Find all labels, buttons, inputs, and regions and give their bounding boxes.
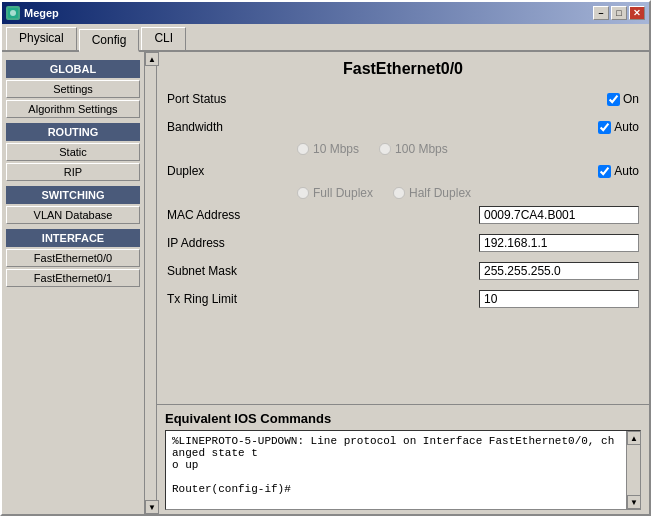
- bandwidth-radio-group: 10 Mbps 100 Mbps: [297, 142, 649, 156]
- mac-address-value: [297, 206, 639, 224]
- radio-full-duplex-label: Full Duplex: [297, 186, 373, 200]
- ip-address-row: IP Address: [167, 232, 639, 254]
- radio-full-duplex-text: Full Duplex: [313, 186, 373, 200]
- tab-config[interactable]: Config: [79, 29, 140, 52]
- sidebar-btn-static[interactable]: Static: [6, 143, 140, 161]
- maximize-button[interactable]: □: [611, 6, 627, 20]
- bandwidth-row: Bandwidth Auto: [167, 116, 639, 138]
- sidebar-btn-algorithm-settings[interactable]: Algorithm Settings: [6, 100, 140, 118]
- tab-physical[interactable]: Physical: [6, 27, 77, 50]
- ip-address-value: [297, 234, 639, 252]
- title-bar-left: Megep: [6, 6, 59, 20]
- sidebar-scroll-thumb[interactable]: [145, 66, 156, 500]
- radio-100mbps-text: 100 Mbps: [395, 142, 448, 156]
- tx-ring-limit-value: [297, 290, 639, 308]
- ios-section: Equivalent IOS Commands %LINEPROTO-5-UPD…: [157, 404, 649, 514]
- sidebar-btn-settings[interactable]: Settings: [6, 80, 140, 98]
- bandwidth-value: Auto: [297, 120, 639, 134]
- tab-bar: Physical Config CLI: [2, 24, 649, 52]
- ios-scroll-thumb[interactable]: [627, 445, 640, 495]
- radio-10mbps-label: 10 Mbps: [297, 142, 359, 156]
- sidebar-btn-vlan[interactable]: VLAN Database: [6, 206, 140, 224]
- port-status-value: On: [297, 92, 639, 106]
- radio-100mbps-label: 100 Mbps: [379, 142, 448, 156]
- sidebar-scrollbar[interactable]: ▲ ▼: [144, 52, 156, 514]
- tab-cli[interactable]: CLI: [141, 27, 186, 50]
- radio-full-duplex[interactable]: [297, 187, 309, 199]
- app-title: Megep: [24, 7, 59, 19]
- radio-10mbps-text: 10 Mbps: [313, 142, 359, 156]
- tx-ring-limit-input[interactable]: [479, 290, 639, 308]
- sidebar-btn-fastethernet01[interactable]: FastEthernet0/1: [6, 269, 140, 287]
- sidebar-btn-rip[interactable]: RIP: [6, 163, 140, 181]
- radio-10mbps[interactable]: [297, 143, 309, 155]
- ios-scroll-down[interactable]: ▼: [627, 495, 641, 509]
- port-status-row: Port Status On: [167, 88, 639, 110]
- duplex-checkbox-label: Auto: [598, 164, 639, 178]
- title-buttons: – □ ✕: [593, 6, 645, 20]
- duplex-row: Duplex Auto: [167, 160, 639, 182]
- sidebar-header-routing: ROUTING: [6, 123, 140, 141]
- subnet-mask-label: Subnet Mask: [167, 264, 297, 278]
- sidebar-header-global: GLOBAL: [6, 60, 140, 78]
- duplex-checkbox-text: Auto: [614, 164, 639, 178]
- port-status-checkbox-label: On: [607, 92, 639, 106]
- bandwidth-label: Bandwidth: [167, 120, 297, 134]
- minimize-button[interactable]: –: [593, 6, 609, 20]
- duplex-checkbox[interactable]: [598, 165, 611, 178]
- radio-half-duplex-label: Half Duplex: [393, 186, 471, 200]
- sidebar-header-interface: INTERFACE: [6, 229, 140, 247]
- ios-section-title: Equivalent IOS Commands: [165, 411, 641, 426]
- port-status-checkbox-text: On: [623, 92, 639, 106]
- sidebar-inner: GLOBAL Settings Algorithm Settings ROUTI…: [2, 52, 144, 514]
- mac-address-label: MAC Address: [167, 208, 297, 222]
- content-area: GLOBAL Settings Algorithm Settings ROUTI…: [2, 52, 649, 514]
- ios-console[interactable]: %LINEPROTO-5-UPDOWN: Line protocol on In…: [166, 431, 626, 509]
- interface-title: FastEthernet0/0: [167, 60, 639, 78]
- tx-ring-limit-row: Tx Ring Limit: [167, 288, 639, 310]
- radio-100mbps[interactable]: [379, 143, 391, 155]
- ios-scroll-up[interactable]: ▲: [627, 431, 641, 445]
- close-button[interactable]: ✕: [629, 6, 645, 20]
- main-panel: FastEthernet0/0 Port Status On Bandwidth: [157, 52, 649, 404]
- main-window: Megep – □ ✕ Physical Config CLI GLOBAL S…: [0, 0, 651, 516]
- sidebar-header-switching: SWITCHING: [6, 186, 140, 204]
- radio-half-duplex-text: Half Duplex: [409, 186, 471, 200]
- subnet-mask-value: [297, 262, 639, 280]
- ip-address-label: IP Address: [167, 236, 297, 250]
- duplex-radio-group: Full Duplex Half Duplex: [297, 186, 649, 200]
- ios-scrollbar[interactable]: ▲ ▼: [626, 431, 640, 509]
- mac-address-input[interactable]: [479, 206, 639, 224]
- sidebar: GLOBAL Settings Algorithm Settings ROUTI…: [2, 52, 157, 514]
- subnet-mask-input[interactable]: [479, 262, 639, 280]
- mac-address-row: MAC Address: [167, 204, 639, 226]
- subnet-mask-row: Subnet Mask: [167, 260, 639, 282]
- bandwidth-checkbox-label: Auto: [598, 120, 639, 134]
- full-content: FastEthernet0/0 Port Status On Bandwidth: [157, 52, 649, 514]
- ip-address-input[interactable]: [479, 234, 639, 252]
- svg-point-1: [10, 10, 16, 16]
- bandwidth-checkbox-text: Auto: [614, 120, 639, 134]
- radio-half-duplex[interactable]: [393, 187, 405, 199]
- app-icon: [6, 6, 20, 20]
- title-bar: Megep – □ ✕: [2, 2, 649, 24]
- tx-ring-limit-label: Tx Ring Limit: [167, 292, 297, 306]
- bandwidth-checkbox[interactable]: [598, 121, 611, 134]
- duplex-label: Duplex: [167, 164, 297, 178]
- port-status-label: Port Status: [167, 92, 297, 106]
- duplex-value: Auto: [297, 164, 639, 178]
- port-status-checkbox[interactable]: [607, 93, 620, 106]
- sidebar-btn-fastethernet00[interactable]: FastEthernet0/0: [6, 249, 140, 267]
- ios-console-wrapper: %LINEPROTO-5-UPDOWN: Line protocol on In…: [165, 430, 641, 510]
